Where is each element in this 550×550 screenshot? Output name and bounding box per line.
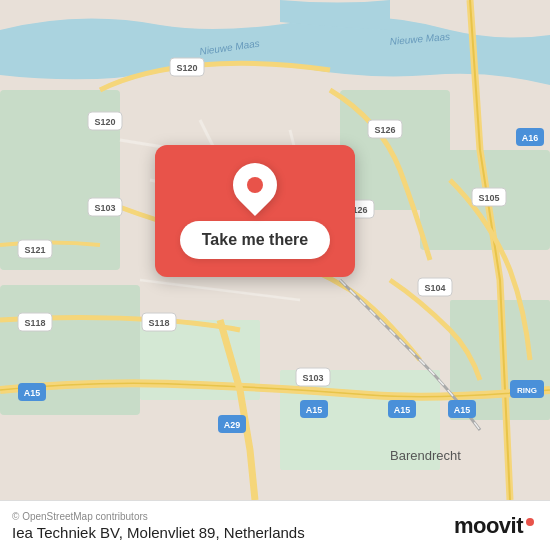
svg-text:A16: A16 xyxy=(522,133,539,143)
map-container: S120 S120 S103 S103 S103 S118 S118 S121 … xyxy=(0,0,550,500)
svg-text:S120: S120 xyxy=(94,117,115,127)
moovit-logo: moovit xyxy=(454,513,534,539)
svg-text:S104: S104 xyxy=(424,283,445,293)
svg-text:S118: S118 xyxy=(24,318,45,328)
moovit-brand-text: moovit xyxy=(454,513,523,539)
take-me-there-button[interactable]: Take me there xyxy=(180,221,330,259)
svg-text:A29: A29 xyxy=(224,420,241,430)
svg-text:S105: S105 xyxy=(478,193,499,203)
overlay-card: Take me there xyxy=(155,145,355,277)
svg-text:A15: A15 xyxy=(306,405,323,415)
svg-text:A15: A15 xyxy=(454,405,471,415)
svg-text:Barendrecht: Barendrecht xyxy=(390,448,461,463)
svg-text:RING: RING xyxy=(517,386,537,395)
svg-text:S121: S121 xyxy=(24,245,45,255)
svg-text:S126: S126 xyxy=(374,125,395,135)
svg-text:S118: S118 xyxy=(148,318,169,328)
svg-text:A15: A15 xyxy=(24,388,41,398)
footer-info: © OpenStreetMap contributors Iea Technie… xyxy=(12,511,305,541)
map-pin-icon xyxy=(224,154,286,216)
svg-text:S103: S103 xyxy=(94,203,115,213)
moovit-dot-icon xyxy=(526,518,534,526)
svg-text:S103: S103 xyxy=(302,373,323,383)
svg-text:S120: S120 xyxy=(176,63,197,73)
address-text: Iea Techniek BV, Molenvliet 89, Netherla… xyxy=(12,524,305,541)
attribution-text: © OpenStreetMap contributors xyxy=(12,511,305,522)
footer: © OpenStreetMap contributors Iea Technie… xyxy=(0,500,550,550)
svg-text:A15: A15 xyxy=(394,405,411,415)
